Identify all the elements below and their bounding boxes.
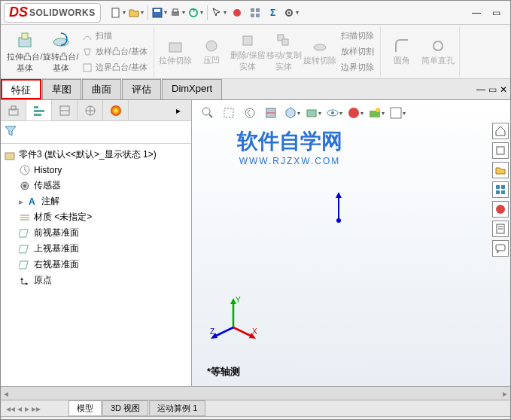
svg-point-66: [496, 205, 505, 214]
tab-3dview[interactable]: 3D 视图: [102, 400, 148, 416]
zoom-area-icon[interactable]: [221, 105, 237, 121]
section-view-icon[interactable]: [263, 105, 279, 121]
tree-right-plane[interactable]: 右视基准面: [4, 257, 188, 272]
svg-point-12: [288, 11, 290, 14]
svg-point-18: [206, 41, 217, 51]
boundary-boss-button[interactable]: 边界凸台/基体: [79, 60, 151, 75]
revolve-boss-button[interactable]: 旋转凸台/基体: [43, 28, 79, 76]
svg-rect-26: [34, 106, 38, 108]
sweep-button[interactable]: 扫描: [79, 29, 151, 43]
tree-annotations[interactable]: ▸A注解: [4, 193, 188, 209]
ribbon: 拉伸凸台/基体 旋转凸台/基体 扫描 放样凸台/基体 边界凸台/基体 拉伸切除 …: [1, 25, 510, 79]
tab-features[interactable]: 特征: [1, 79, 41, 99]
extrude-cut-button[interactable]: 拉伸切除: [157, 28, 193, 76]
delete-keep-button[interactable]: 删除/保留实体: [230, 28, 266, 76]
quick-access-toolbar: ▾ ▾ ▾ ▾ ▾ ▾ Σ ▾: [110, 5, 468, 21]
panel-expand-arrow[interactable]: ▸: [166, 100, 191, 120]
svg-rect-10: [256, 14, 260, 17]
taskpane-explorer-icon[interactable]: [492, 162, 509, 178]
sweep-cut-button[interactable]: 扫描切除: [338, 29, 377, 43]
revolve-cut-button[interactable]: 旋转切除: [302, 28, 338, 76]
filter-icon[interactable]: [4, 124, 17, 140]
edit-appearance-icon[interactable]: ▾: [347, 105, 363, 121]
rebuild-button[interactable]: ▾: [187, 5, 204, 21]
taskpane-forum-icon[interactable]: [492, 240, 509, 257]
svg-text:X: X: [252, 327, 257, 336]
graphics-area[interactable]: ▾ ▾ ▾ ▾ ▾ ▾ 软件自学网 WWW.RJZXW.COM Y X: [192, 100, 510, 386]
svg-rect-60: [391, 108, 401, 118]
taskpane-view-palette-icon[interactable]: [492, 181, 509, 198]
doc-restore[interactable]: ▭: [488, 84, 497, 95]
svg-rect-9: [251, 14, 254, 17]
panel-tab-appearance[interactable]: [103, 100, 129, 120]
settings-button[interactable]: ▾: [283, 5, 300, 21]
view-triad-icon: Y X Z: [207, 294, 260, 348]
maximize-button[interactable]: ▭: [488, 5, 504, 21]
new-button[interactable]: ▾: [110, 5, 126, 21]
motion-tabs: ◂◂ ◂ ▸ ▸▸ 模型 3D 视图 运动算例 1: [1, 400, 510, 416]
svg-line-49: [209, 114, 212, 117]
svg-point-56: [331, 111, 334, 114]
hole-wizard-button[interactable]: 压凹: [193, 28, 230, 76]
minimize-button[interactable]: —: [468, 5, 485, 21]
svg-point-6: [233, 9, 241, 17]
tab-motion-study[interactable]: 运动算例 1: [149, 400, 205, 416]
appearance-button[interactable]: [229, 5, 245, 21]
tree-front-plane[interactable]: 前视基准面: [4, 225, 188, 241]
tab-model[interactable]: 模型: [68, 400, 102, 416]
taskpane-library-icon[interactable]: [492, 142, 509, 159]
equations-button[interactable]: Σ: [265, 5, 281, 21]
fillet-button[interactable]: 圆角: [384, 28, 420, 76]
panel-tab-assembly[interactable]: [1, 100, 26, 120]
move-copy-button[interactable]: 移动/复制实体: [266, 28, 302, 76]
extrude-boss-button[interactable]: 拉伸凸台/基体: [7, 28, 43, 76]
doc-close[interactable]: ✕: [500, 84, 507, 95]
scroll-bar[interactable]: ◂▸: [1, 386, 510, 400]
tab-evaluate[interactable]: 评估: [122, 79, 161, 99]
open-button[interactable]: ▾: [128, 5, 144, 21]
panel-tab-feature-tree[interactable]: [26, 100, 52, 120]
doc-minimize[interactable]: —: [476, 84, 485, 95]
view-orientation-label: *等轴测: [207, 365, 240, 379]
save-button[interactable]: ▾: [151, 5, 168, 21]
taskpane-appearances-icon[interactable]: [492, 201, 509, 218]
tree-material[interactable]: 材质 <未指定>: [4, 209, 188, 225]
tab-dimxpert[interactable]: DimXpert: [162, 79, 222, 99]
svg-rect-61: [497, 147, 504, 154]
prev-view-icon[interactable]: [242, 105, 258, 121]
svg-rect-21: [282, 39, 288, 45]
view-orientation-icon[interactable]: ▾: [284, 105, 300, 121]
svg-rect-45: [19, 261, 28, 269]
svg-point-57: [348, 108, 359, 118]
svg-point-38: [23, 184, 26, 187]
svg-text:A: A: [29, 196, 35, 207]
panel-tab-property[interactable]: [52, 100, 78, 120]
tree-origin[interactable]: 原点: [4, 272, 188, 288]
select-button[interactable]: ▾: [211, 5, 227, 21]
tab-sketch[interactable]: 草图: [42, 79, 81, 99]
print-button[interactable]: ▾: [169, 5, 186, 21]
tree-history[interactable]: History: [4, 163, 188, 178]
svg-point-59: [376, 108, 380, 112]
options-button[interactable]: [247, 5, 263, 21]
tree-top-plane[interactable]: 上视基准面: [4, 241, 188, 257]
tree-sensors[interactable]: 传感器: [4, 178, 188, 193]
svg-text:Y: Y: [236, 296, 241, 304]
loft-cut-button[interactable]: 放样切割: [338, 44, 377, 59]
hide-show-icon[interactable]: ▾: [326, 105, 342, 121]
display-style-icon[interactable]: ▾: [305, 105, 321, 121]
apply-scene-icon[interactable]: ▾: [368, 105, 385, 121]
taskpane-home-icon[interactable]: [492, 123, 509, 139]
zoom-fit-icon[interactable]: [199, 105, 216, 121]
svg-point-51: [245, 108, 254, 117]
panel-tab-config[interactable]: [78, 100, 103, 120]
boundary-cut-button[interactable]: 边界切除: [338, 60, 377, 75]
taskpane-properties-icon[interactable]: [492, 221, 509, 237]
tree-root[interactable]: 零件3 (默认<<默认>_显示状态 1>): [4, 147, 188, 163]
app-logo[interactable]: DS SOLIDWORKS: [4, 3, 101, 23]
view-settings-icon[interactable]: ▾: [389, 105, 406, 121]
simple-hole-button[interactable]: 简单直孔: [420, 28, 456, 76]
tab-surface[interactable]: 曲面: [82, 79, 121, 99]
svg-rect-35: [5, 153, 14, 160]
loft-boss-button[interactable]: 放样凸台/基体: [79, 44, 151, 59]
